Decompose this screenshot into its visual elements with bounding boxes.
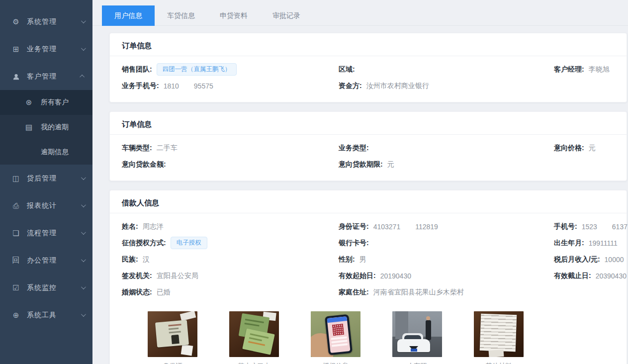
birth-label: 出生年月: — [554, 239, 584, 248]
auth-qr-photo[interactable] — [311, 311, 360, 357]
sidebar-item-label: 系统工具 — [27, 311, 81, 320]
intent-price-label: 意向价格: — [554, 144, 584, 153]
sidebar: ⚙ 系统管理 ⊞ 业务管理 客户管理 ⊛ 所有客户 ▤ 我的逾期 逾期信息 ◫ — [0, 0, 92, 364]
credit-auth-label: 征信授权方式: — [122, 239, 166, 248]
marital-label: 婚姻状态: — [122, 288, 152, 297]
sales-team-label: 销售团队: — [122, 65, 152, 74]
credit-auth-tag[interactable]: 电子授权 — [171, 237, 207, 249]
household-register-photo[interactable] — [229, 311, 279, 357]
chevron-down-icon — [81, 175, 86, 180]
sidebar-item-label: 报表统计 — [27, 201, 81, 210]
borrower-photos: 身份证 整本户口本 — [122, 300, 622, 364]
income-label: 税后月收入/元: — [554, 255, 600, 264]
business-phone-label: 业务手机号: — [122, 82, 159, 91]
tools-icon: ⊕ — [11, 311, 21, 320]
intent-loan-term-label: 意向贷款期限: — [339, 160, 383, 169]
sidebar-item-overdue-info[interactable]: 逾期信息 — [0, 140, 92, 165]
tab-car-loan-info[interactable]: 车贷信息 — [155, 5, 207, 26]
funder-label: 资金方: — [339, 82, 362, 91]
id-number-label: 身份证号: — [339, 222, 369, 231]
chevron-down-icon — [81, 284, 86, 289]
valid-to-value: 20390430 — [596, 272, 627, 280]
marital-value: 已婚 — [157, 288, 171, 297]
card-title: 订单信息 — [110, 112, 627, 134]
sidebar-item-label: 贷后管理 — [27, 174, 81, 183]
tab-loan-application-materials[interactable]: 申贷资料 — [207, 5, 260, 26]
gear-icon: ⚙ — [11, 17, 21, 26]
mobile-value: 15236137 — [582, 222, 628, 231]
vehicle-type-value: 二手车 — [157, 144, 178, 153]
photo-caption: 身份证 — [148, 362, 197, 364]
gender-value: 男 — [359, 255, 366, 264]
card-title: 订单信息 — [110, 33, 627, 56]
photo-handwritten-document[interactable]: 其他材料 — [474, 311, 524, 364]
photo-id-card[interactable]: 身份证 — [148, 311, 197, 364]
intent-loan-term-value: 元 — [387, 160, 394, 169]
customer-management-submenu: ⊛ 所有客户 ▤ 我的逾期 逾期信息 — [0, 90, 92, 165]
detail-tabs: 用户信息 车贷信息 申贷资料 审批记录 — [92, 0, 628, 26]
user-icon — [11, 72, 21, 81]
chevron-down-icon — [81, 257, 86, 262]
ethnicity-value: 汉 — [143, 255, 150, 264]
sales-team-tag[interactable]: 四团一营（直属王鹏飞） — [157, 63, 237, 76]
chevron-down-icon — [81, 202, 86, 207]
address-value: 河南省宜阳县花果山乡木柴村 — [373, 288, 464, 297]
tab-user-info[interactable]: 用户信息 — [102, 5, 155, 26]
sidebar-item-label: 逾期信息 — [41, 148, 69, 157]
sidebar-item-label: 系统监控 — [27, 283, 81, 292]
person-car-photo[interactable] — [392, 311, 442, 357]
report-icon: ⎙ — [11, 201, 21, 210]
sidebar-item-label: 系统管理 — [27, 17, 81, 26]
sidebar-item-customer-management[interactable]: 客户管理 — [0, 63, 92, 90]
intent-loan-amount-label: 意向贷款金额: — [122, 160, 166, 169]
photo-household-register[interactable]: 整本户口本 — [229, 311, 279, 364]
chevron-down-icon — [81, 18, 86, 23]
region-label: 区域: — [339, 65, 355, 74]
chevron-down-icon — [81, 312, 86, 317]
id-card-photo[interactable] — [148, 311, 197, 357]
card-title: 借款人信息 — [110, 190, 627, 213]
ethnicity-label: 民族: — [122, 255, 138, 264]
name-label: 姓名: — [122, 222, 138, 231]
photo-auth-qr[interactable]: 授权信息 — [311, 311, 360, 364]
name-value: 周志洋 — [143, 222, 164, 231]
sidebar-item-all-customers[interactable]: ⊛ 所有客户 — [0, 90, 92, 115]
birth-value: 19911111 — [589, 239, 618, 247]
sidebar-item-report-statistics[interactable]: ⎙ 报表统计 — [0, 192, 92, 219]
vehicle-type-label: 车辆类型: — [122, 144, 152, 153]
business-type-label: 业务类型: — [339, 144, 369, 153]
tab-approval-records[interactable]: 审批记录 — [260, 5, 313, 26]
borrower-info-card: 借款人信息 姓名: 周志洋 身份证号: 4103271112819 手机号: 1… — [109, 190, 627, 364]
sidebar-item-label: 业务管理 — [27, 45, 81, 54]
valid-from-label: 有效起始日: — [339, 272, 376, 280]
customer-manager-value: 李晓旭 — [589, 65, 610, 74]
gender-label: 性别: — [339, 255, 355, 264]
sidebar-item-label: 流程管理 — [27, 229, 81, 238]
clients-icon: ⊛ — [24, 98, 34, 107]
document-photo[interactable] — [474, 311, 524, 357]
office-icon: 回 — [11, 256, 21, 265]
sidebar-item-system-management[interactable]: ⚙ 系统管理 — [0, 8, 92, 35]
sidebar-item-office-management[interactable]: 回 办公管理 — [0, 247, 92, 274]
monitor-icon: ☑ — [11, 283, 21, 292]
sidebar-item-process-management[interactable]: ❏ 流程管理 — [0, 219, 92, 247]
issuer-label: 签发机关: — [122, 272, 152, 280]
sidebar-item-system-monitor[interactable]: ☑ 系统监控 — [0, 274, 92, 301]
sidebar-item-postloan-management[interactable]: ◫ 贷后管理 — [0, 165, 92, 192]
redaction-mask — [597, 222, 612, 229]
overdue-doc-icon: ▤ — [24, 123, 34, 132]
sidebar-item-business-management[interactable]: ⊞ 业务管理 — [0, 35, 92, 63]
sidebar-item-label: 所有客户 — [41, 98, 69, 107]
chevron-down-icon — [81, 46, 86, 51]
redaction-mask — [179, 82, 194, 89]
sidebar-item-my-overdue[interactable]: ▤ 我的逾期 — [0, 115, 92, 140]
bank-card-label: 银行卡号: — [339, 239, 369, 248]
sidebar-item-system-tools[interactable]: ⊕ 系统工具 — [0, 301, 92, 329]
mobile-label: 手机号: — [554, 222, 577, 231]
id-number-value: 4103271112819 — [373, 222, 438, 231]
main-content: 用户信息 车贷信息 申贷资料 审批记录 订单信息 销售团队: 四团一营（直属王鹏… — [92, 0, 628, 364]
sidebar-item-label: 客户管理 — [27, 72, 81, 81]
photo-person-car[interactable]: 人车照 — [392, 311, 442, 364]
funder-value: 汝州市农村商业银行 — [366, 82, 429, 91]
address-label: 家庭住址: — [339, 288, 369, 297]
